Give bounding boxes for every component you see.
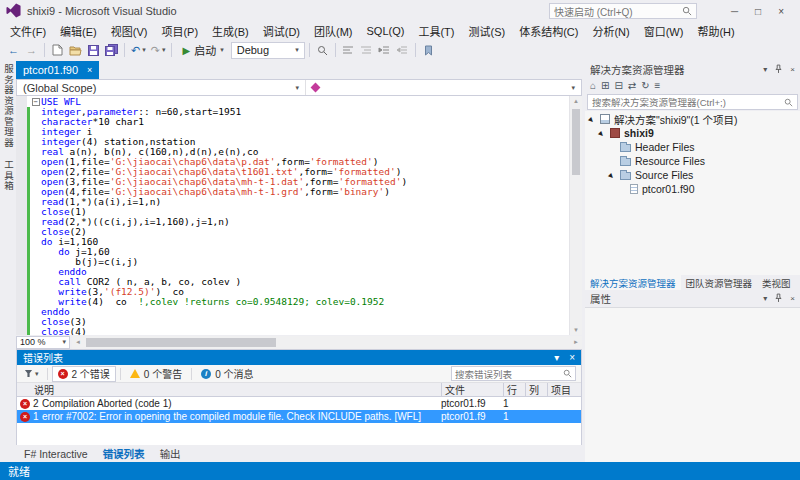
navigate-forward-button[interactable]: → (23, 41, 40, 59)
new-file-button[interactable] (49, 41, 66, 59)
menu-item-team[interactable]: 团队(M) (307, 22, 360, 40)
menu-item-view[interactable]: 视图(V) (104, 22, 155, 40)
solution-explorer-search-input[interactable]: 搜索解决方案资源管理器(Ctrl+;) (587, 94, 798, 110)
fold-collapse-icon[interactable]: − (32, 98, 40, 106)
error-row[interactable]: ×2Compilation Aborted (code 1)ptcor01.f9… (17, 397, 581, 410)
outdent-button[interactable] (394, 41, 411, 59)
tree-item-file-ptcor01-f90[interactable]: ptcor01.f90 (585, 182, 800, 196)
close-icon[interactable]: × (790, 65, 795, 74)
pin-icon[interactable] (775, 293, 782, 303)
menu-item-build[interactable]: 生成(B) (205, 22, 256, 40)
solution-explorer-panel: 解决方案资源管理器 ▾ × ⌂ ⊞ ⊟ ⇄ ↻ ≡ 搜索解决方案资源管理器(Ct… (585, 61, 800, 290)
scroll-down-icon[interactable]: ▼ (573, 327, 579, 333)
find-in-files-button[interactable] (314, 41, 331, 59)
close-icon[interactable]: × (790, 294, 795, 303)
pin-icon[interactable] (775, 64, 782, 74)
tree-item-project-shixi9[interactable]: ▶shixi9 (585, 126, 800, 140)
expander-icon[interactable]: ▶ (607, 170, 618, 181)
expander-icon[interactable]: ▶ (597, 128, 608, 139)
minimize-button[interactable]: ─ (731, 6, 738, 17)
solution-explorer-tab-1[interactable]: 团队资源管理器 (681, 275, 758, 290)
quick-launch-input[interactable]: 快速启动 (Ctrl+Q) (549, 3, 697, 19)
tree-item-resource-files[interactable]: Resource Files (585, 154, 800, 168)
bottom-tab-0[interactable]: F# Interactive (17, 447, 95, 461)
save-all-button[interactable] (103, 41, 120, 59)
scroll-left-icon[interactable]: ◄ (75, 339, 81, 345)
vs-window: shixi9 - Microsoft Visual Studio 快速启动 (C… (0, 0, 800, 480)
column-header-project[interactable]: 项目 (547, 383, 581, 396)
scroll-right-icon[interactable]: ► (573, 339, 579, 345)
menu-item-help[interactable]: 帮助(H) (690, 22, 741, 40)
column-header-description[interactable]: 说明 (17, 382, 441, 397)
horizontal-scrollbar[interactable]: ◄ ► (72, 336, 582, 349)
menu-item-debug[interactable]: 调试(D) (256, 22, 307, 40)
navigate-backward-button[interactable]: ← (5, 41, 22, 59)
close-button[interactable]: × (778, 6, 784, 17)
menu-item-architecture[interactable]: 体系结构(C) (512, 22, 585, 40)
filter-dropdown[interactable]: ▾ (20, 369, 43, 378)
errors-filter-button[interactable]: × 2 个错误 (52, 366, 116, 382)
indent-button[interactable] (376, 41, 393, 59)
open-file-button[interactable] (67, 41, 84, 59)
error-list-title-bar: 错误列表 ▾ × (17, 350, 581, 365)
warnings-filter-button[interactable]: 0 个警告 (125, 366, 187, 382)
bottom-tab-1[interactable]: 错误列表 (96, 445, 152, 462)
zoom-dropdown[interactable]: 100 % ▾ (16, 336, 70, 349)
tree-item-solution[interactable]: ▶解决方案"shixi9"(1 个项目) (585, 112, 800, 126)
properties-icon[interactable]: ≡ (655, 80, 661, 91)
menu-item-window[interactable]: 窗口(W) (637, 22, 691, 40)
menu-item-test[interactable]: 测试(S) (461, 22, 512, 40)
column-header-file[interactable]: 文件 (441, 383, 503, 396)
uncomment-button[interactable] (358, 41, 375, 59)
expander-icon[interactable]: ▶ (587, 114, 598, 125)
sidebar-tab-server-explorer[interactable]: 服务器资源管理器 (1, 64, 15, 148)
save-button[interactable] (85, 41, 102, 59)
window-position-icon[interactable]: ▾ (763, 294, 767, 303)
refresh-icon[interactable]: ↻ (641, 80, 649, 91)
forward-icon: → (26, 44, 37, 56)
solution-explorer-tab-0[interactable]: 解决方案资源管理器 (585, 275, 681, 290)
sync-with-active-document-icon[interactable]: ⇄ (628, 80, 636, 91)
tab-close-icon[interactable]: × (87, 65, 92, 75)
vertical-scrollbar-thumb[interactable] (572, 109, 580, 175)
bottom-tab-2[interactable]: 输出 (153, 445, 188, 462)
indicator-margin (16, 197, 27, 207)
error-list-search-input[interactable]: 搜索错误列表 (451, 366, 576, 381)
debug-configuration-dropdown[interactable]: Debug ▾ (231, 42, 305, 59)
menu-item-sql[interactable]: SQL(Q) (360, 24, 412, 38)
comment-button[interactable] (340, 41, 357, 59)
scroll-up-icon[interactable]: ▲ (573, 98, 579, 104)
solution-explorer-tab-2[interactable]: 类视图 (757, 275, 796, 290)
close-icon[interactable]: × (569, 352, 575, 363)
maximize-button[interactable]: □ (755, 6, 761, 17)
start-debug-button[interactable]: ▶ 启动 ▾ (176, 41, 229, 59)
column-header-column[interactable]: 列 (525, 383, 547, 396)
tree-item-source-files[interactable]: ▶Source Files (585, 168, 800, 182)
code-editor[interactable]: −USE WFLinteger,parameter:: n=60,start=1… (16, 96, 569, 335)
member-dropdown[interactable]: ▾ (306, 80, 581, 95)
error-row[interactable]: ×1error #7002: Error in opening the comp… (17, 410, 581, 423)
menu-item-tools[interactable]: 工具(T) (411, 22, 461, 40)
undo-button[interactable]: ↶▾ (129, 41, 148, 59)
show-all-files-icon[interactable]: ⊞ (601, 80, 609, 91)
tree-item-header-files[interactable]: Header Files (585, 140, 800, 154)
column-header-line[interactable]: 行 (503, 383, 525, 396)
collapse-all-icon[interactable]: ⊟ (614, 80, 622, 91)
scope-dropdown[interactable]: (Global Scope) ▾ (17, 80, 306, 95)
search-icon (784, 98, 793, 107)
menu-item-analyze[interactable]: 分析(N) (585, 22, 636, 40)
bookmark-button[interactable] (420, 41, 437, 59)
vertical-scrollbar[interactable]: ▲ ▼ (569, 96, 582, 335)
menu-item-file[interactable]: 文件(F) (3, 22, 53, 40)
menu-item-project[interactable]: 项目(P) (154, 22, 205, 40)
window-title: shixi9 - Microsoft Visual Studio (27, 5, 177, 17)
document-tab-ptcor01[interactable]: ptcor01.f90 × (16, 61, 99, 79)
menu-item-edit[interactable]: 编辑(E) (53, 22, 104, 40)
home-icon[interactable]: ⌂ (590, 80, 596, 91)
horizontal-scrollbar-thumb[interactable] (86, 338, 276, 347)
messages-filter-button[interactable]: i 0 个消息 (196, 366, 258, 382)
window-position-icon[interactable]: ▾ (763, 65, 767, 74)
window-position-icon[interactable]: ▾ (554, 352, 559, 363)
redo-button[interactable]: ↷▾ (149, 41, 168, 59)
sidebar-tab-toolbox[interactable]: 工具箱 (1, 160, 15, 192)
